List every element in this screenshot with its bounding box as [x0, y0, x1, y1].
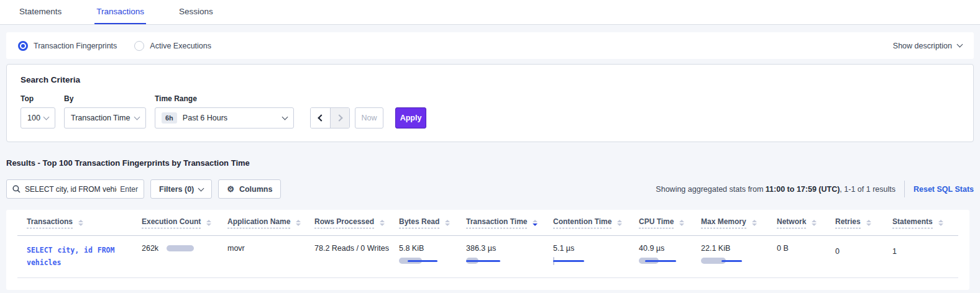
results-toolbar: Enter Filters (0) ⚙ Columns Showing aggr… [6, 179, 974, 199]
chevron-left-icon [318, 114, 324, 121]
bytes-read-bar [399, 257, 441, 265]
radio-label: Active Executions [150, 42, 211, 50]
tab-sessions[interactable]: Sessions [177, 0, 215, 24]
sort-icon[interactable] [679, 220, 684, 226]
view-toggle-panel: Transaction Fingerprints Active Executio… [6, 32, 974, 59]
cpu-time-bar [639, 257, 681, 265]
time-range-select[interactable]: 6h Past 6 Hours [155, 107, 294, 128]
chevron-right-icon [336, 114, 342, 121]
filters-label: Filters (0) [159, 185, 194, 194]
top-select-value: 100 [27, 114, 40, 122]
transactions-table: Transactions Execution Count Application… [6, 210, 969, 290]
by-field: By Transaction Time [64, 94, 146, 128]
vertical-divider [904, 181, 905, 197]
time-range-field: Time Range 6h Past 6 Hours [155, 94, 294, 128]
sort-icon[interactable] [752, 220, 757, 226]
rows-processed-cell: 78.2 Reads / 0 Writes [314, 244, 399, 253]
sort-icon[interactable] [380, 220, 385, 226]
transaction-time-cell: 386.3 µs [466, 244, 553, 265]
sort-icon[interactable] [296, 220, 301, 226]
max-memory-cell: 22.1 KiB [701, 244, 777, 265]
time-range-badge: 6h [162, 112, 177, 124]
results-heading: Results - Top 100 Transaction Fingerprin… [6, 158, 974, 168]
max-memory-bar [701, 257, 743, 265]
sort-icon-active-desc[interactable] [533, 220, 538, 226]
search-criteria-card: Search Criteria Top 100 By Transaction T… [6, 64, 974, 142]
column-header-network[interactable]: Network [777, 217, 835, 228]
show-description-toggle[interactable]: Show description [893, 42, 962, 50]
columns-label: Columns [239, 185, 272, 194]
sort-icon[interactable] [866, 220, 871, 226]
column-header-transaction-time[interactable]: Transaction Time [466, 217, 553, 228]
columns-button[interactable]: ⚙ Columns [218, 179, 281, 199]
gear-icon: ⚙ [227, 185, 234, 193]
sort-icon[interactable] [812, 220, 817, 226]
tab-transactions[interactable]: Transactions [94, 0, 146, 24]
network-cell: 0 B [777, 244, 835, 253]
table-row: SELECT city, id FROM vehicles 262k movr … [17, 236, 958, 278]
contention-time-bar [553, 257, 595, 265]
search-box[interactable]: Enter [6, 179, 144, 199]
page-tabs: Statements Transactions Sessions [0, 0, 980, 25]
column-header-application-name[interactable]: Application Name [227, 217, 314, 228]
radio-active-executions[interactable]: Active Executions [134, 41, 211, 51]
column-header-max-memory[interactable]: Max Memory [701, 217, 777, 228]
radio-unselected-icon [134, 41, 144, 51]
sort-icon[interactable] [206, 220, 211, 226]
search-enter-hint[interactable]: Enter [120, 185, 138, 194]
top-field: Top 100 [21, 94, 55, 128]
execution-count-cell: 262k [142, 244, 227, 253]
column-header-cpu-time[interactable]: CPU Time [639, 217, 701, 228]
sort-icon[interactable] [617, 220, 622, 226]
chevron-down-icon [134, 114, 140, 120]
bytes-read-cell: 5.8 KiB [399, 244, 466, 265]
search-criteria-title: Search Criteria [21, 75, 959, 84]
tab-statements[interactable]: Statements [17, 0, 63, 24]
now-button[interactable]: Now [355, 107, 383, 128]
time-range-value: Past 6 Hours [183, 114, 227, 122]
sort-icon[interactable] [445, 220, 450, 226]
time-range-pager [310, 107, 350, 128]
aggregated-stats-text: Showing aggregated stats from 11:00 to 1… [656, 185, 895, 194]
radio-selected-icon [18, 41, 28, 51]
column-header-bytes-read[interactable]: Bytes Read [399, 217, 466, 228]
table-header-row: Transactions Execution Count Application… [17, 210, 958, 236]
column-header-retries[interactable]: Retries [835, 217, 892, 228]
by-select-value: Transaction Time [71, 114, 130, 122]
by-select[interactable]: Transaction Time [64, 107, 146, 128]
radio-label: Transaction Fingerprints [34, 42, 117, 50]
chevron-down-icon [957, 42, 963, 48]
chevron-down-icon [44, 114, 50, 120]
transaction-time-bar [466, 257, 508, 265]
retries-cell: 0 [835, 244, 892, 256]
sort-icon[interactable] [938, 220, 943, 226]
previous-interval-button[interactable] [311, 108, 330, 128]
search-input[interactable] [25, 185, 117, 194]
contention-time-cell: 5.1 µs [553, 244, 639, 265]
application-name-cell: movr [227, 244, 314, 253]
chevron-down-icon [198, 185, 204, 191]
search-icon [12, 185, 21, 193]
column-header-transactions[interactable]: Transactions [17, 217, 142, 228]
time-range-label: Time Range [155, 94, 294, 103]
top-label: Top [21, 94, 55, 103]
sort-icon[interactable] [78, 220, 83, 226]
cpu-time-cell: 40.9 µs [639, 244, 701, 265]
next-interval-button[interactable] [330, 108, 349, 128]
top-select[interactable]: 100 [21, 107, 55, 128]
by-label: By [64, 94, 146, 103]
chevron-down-icon [282, 114, 288, 120]
show-description-label: Show description [893, 42, 952, 50]
execution-count-bar [167, 245, 195, 253]
apply-button[interactable]: Apply [395, 107, 426, 128]
column-header-contention-time[interactable]: Contention Time [553, 217, 639, 228]
statements-cell: 1 [892, 244, 958, 256]
radio-transaction-fingerprints[interactable]: Transaction Fingerprints [18, 41, 117, 51]
reset-sql-stats-link[interactable]: Reset SQL Stats [914, 185, 974, 194]
column-header-rows-processed[interactable]: Rows Processed [314, 217, 399, 228]
column-header-execution-count[interactable]: Execution Count [142, 217, 227, 228]
column-header-statements[interactable]: Statements [892, 217, 958, 228]
transaction-fingerprint-link[interactable]: SELECT city, id FROM vehicles [27, 244, 134, 269]
stats-time-range: 11:00 to 17:59 (UTC) [766, 185, 840, 194]
filters-button[interactable]: Filters (0) [150, 179, 212, 199]
